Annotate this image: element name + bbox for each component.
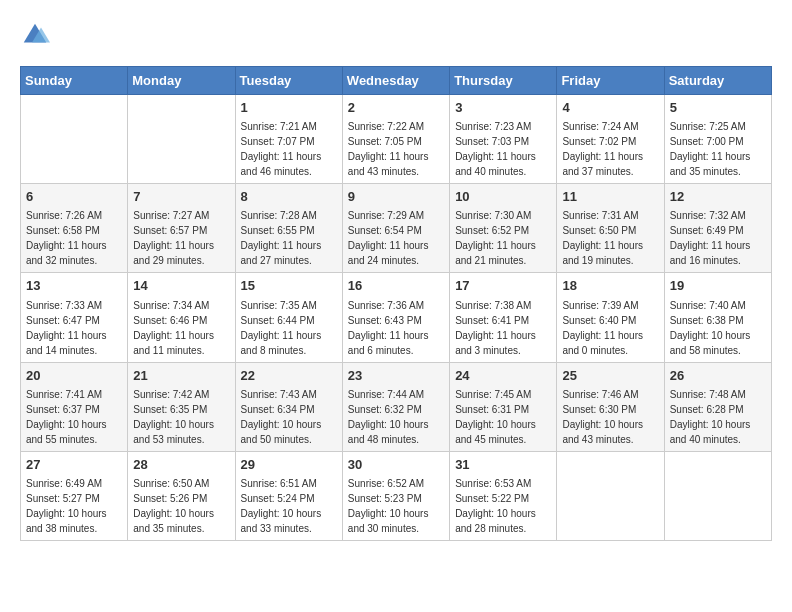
header-cell-friday: Friday xyxy=(557,67,664,95)
header-cell-saturday: Saturday xyxy=(664,67,771,95)
day-cell: 18Sunrise: 7:39 AM Sunset: 6:40 PM Dayli… xyxy=(557,273,664,362)
day-info: Sunrise: 7:21 AM Sunset: 7:07 PM Dayligh… xyxy=(241,119,337,179)
day-info: Sunrise: 7:22 AM Sunset: 7:05 PM Dayligh… xyxy=(348,119,444,179)
day-info: Sunrise: 7:32 AM Sunset: 6:49 PM Dayligh… xyxy=(670,208,766,268)
day-cell: 28Sunrise: 6:50 AM Sunset: 5:26 PM Dayli… xyxy=(128,451,235,540)
day-info: Sunrise: 7:35 AM Sunset: 6:44 PM Dayligh… xyxy=(241,298,337,358)
day-cell: 27Sunrise: 6:49 AM Sunset: 5:27 PM Dayli… xyxy=(21,451,128,540)
day-number: 15 xyxy=(241,277,337,295)
day-cell: 6Sunrise: 7:26 AM Sunset: 6:58 PM Daylig… xyxy=(21,184,128,273)
day-number: 14 xyxy=(133,277,229,295)
week-row-2: 6Sunrise: 7:26 AM Sunset: 6:58 PM Daylig… xyxy=(21,184,772,273)
header-cell-wednesday: Wednesday xyxy=(342,67,449,95)
day-number: 3 xyxy=(455,99,551,117)
day-cell: 29Sunrise: 6:51 AM Sunset: 5:24 PM Dayli… xyxy=(235,451,342,540)
day-info: Sunrise: 6:49 AM Sunset: 5:27 PM Dayligh… xyxy=(26,476,122,536)
day-cell: 2Sunrise: 7:22 AM Sunset: 7:05 PM Daylig… xyxy=(342,95,449,184)
day-info: Sunrise: 7:24 AM Sunset: 7:02 PM Dayligh… xyxy=(562,119,658,179)
day-info: Sunrise: 7:45 AM Sunset: 6:31 PM Dayligh… xyxy=(455,387,551,447)
day-number: 9 xyxy=(348,188,444,206)
day-info: Sunrise: 7:31 AM Sunset: 6:50 PM Dayligh… xyxy=(562,208,658,268)
day-number: 25 xyxy=(562,367,658,385)
day-cell: 15Sunrise: 7:35 AM Sunset: 6:44 PM Dayli… xyxy=(235,273,342,362)
calendar-body: 1Sunrise: 7:21 AM Sunset: 7:07 PM Daylig… xyxy=(21,95,772,541)
day-info: Sunrise: 7:43 AM Sunset: 6:34 PM Dayligh… xyxy=(241,387,337,447)
day-number: 21 xyxy=(133,367,229,385)
day-cell: 10Sunrise: 7:30 AM Sunset: 6:52 PM Dayli… xyxy=(450,184,557,273)
header-cell-sunday: Sunday xyxy=(21,67,128,95)
day-number: 16 xyxy=(348,277,444,295)
day-number: 27 xyxy=(26,456,122,474)
day-number: 24 xyxy=(455,367,551,385)
day-cell xyxy=(557,451,664,540)
day-cell: 20Sunrise: 7:41 AM Sunset: 6:37 PM Dayli… xyxy=(21,362,128,451)
day-info: Sunrise: 7:40 AM Sunset: 6:38 PM Dayligh… xyxy=(670,298,766,358)
header-cell-thursday: Thursday xyxy=(450,67,557,95)
day-info: Sunrise: 7:42 AM Sunset: 6:35 PM Dayligh… xyxy=(133,387,229,447)
header-row: SundayMondayTuesdayWednesdayThursdayFrid… xyxy=(21,67,772,95)
day-cell: 16Sunrise: 7:36 AM Sunset: 6:43 PM Dayli… xyxy=(342,273,449,362)
day-number: 18 xyxy=(562,277,658,295)
page-header xyxy=(20,20,772,50)
day-number: 6 xyxy=(26,188,122,206)
day-cell: 12Sunrise: 7:32 AM Sunset: 6:49 PM Dayli… xyxy=(664,184,771,273)
day-cell xyxy=(128,95,235,184)
day-cell: 23Sunrise: 7:44 AM Sunset: 6:32 PM Dayli… xyxy=(342,362,449,451)
day-cell: 22Sunrise: 7:43 AM Sunset: 6:34 PM Dayli… xyxy=(235,362,342,451)
day-info: Sunrise: 7:38 AM Sunset: 6:41 PM Dayligh… xyxy=(455,298,551,358)
day-cell: 13Sunrise: 7:33 AM Sunset: 6:47 PM Dayli… xyxy=(21,273,128,362)
day-info: Sunrise: 7:27 AM Sunset: 6:57 PM Dayligh… xyxy=(133,208,229,268)
day-cell: 21Sunrise: 7:42 AM Sunset: 6:35 PM Dayli… xyxy=(128,362,235,451)
day-cell: 9Sunrise: 7:29 AM Sunset: 6:54 PM Daylig… xyxy=(342,184,449,273)
header-cell-monday: Monday xyxy=(128,67,235,95)
day-number: 1 xyxy=(241,99,337,117)
day-number: 10 xyxy=(455,188,551,206)
day-cell xyxy=(21,95,128,184)
day-number: 17 xyxy=(455,277,551,295)
day-info: Sunrise: 7:23 AM Sunset: 7:03 PM Dayligh… xyxy=(455,119,551,179)
day-cell: 25Sunrise: 7:46 AM Sunset: 6:30 PM Dayli… xyxy=(557,362,664,451)
day-info: Sunrise: 7:30 AM Sunset: 6:52 PM Dayligh… xyxy=(455,208,551,268)
day-info: Sunrise: 7:48 AM Sunset: 6:28 PM Dayligh… xyxy=(670,387,766,447)
calendar-header: SundayMondayTuesdayWednesdayThursdayFrid… xyxy=(21,67,772,95)
day-number: 29 xyxy=(241,456,337,474)
day-cell: 31Sunrise: 6:53 AM Sunset: 5:22 PM Dayli… xyxy=(450,451,557,540)
day-number: 11 xyxy=(562,188,658,206)
day-cell: 11Sunrise: 7:31 AM Sunset: 6:50 PM Dayli… xyxy=(557,184,664,273)
day-info: Sunrise: 7:44 AM Sunset: 6:32 PM Dayligh… xyxy=(348,387,444,447)
day-number: 13 xyxy=(26,277,122,295)
day-cell: 19Sunrise: 7:40 AM Sunset: 6:38 PM Dayli… xyxy=(664,273,771,362)
day-cell: 8Sunrise: 7:28 AM Sunset: 6:55 PM Daylig… xyxy=(235,184,342,273)
day-info: Sunrise: 7:25 AM Sunset: 7:00 PM Dayligh… xyxy=(670,119,766,179)
day-number: 12 xyxy=(670,188,766,206)
day-info: Sunrise: 6:53 AM Sunset: 5:22 PM Dayligh… xyxy=(455,476,551,536)
day-cell: 14Sunrise: 7:34 AM Sunset: 6:46 PM Dayli… xyxy=(128,273,235,362)
day-cell: 7Sunrise: 7:27 AM Sunset: 6:57 PM Daylig… xyxy=(128,184,235,273)
day-info: Sunrise: 7:29 AM Sunset: 6:54 PM Dayligh… xyxy=(348,208,444,268)
day-cell: 4Sunrise: 7:24 AM Sunset: 7:02 PM Daylig… xyxy=(557,95,664,184)
day-number: 8 xyxy=(241,188,337,206)
day-number: 20 xyxy=(26,367,122,385)
day-info: Sunrise: 7:34 AM Sunset: 6:46 PM Dayligh… xyxy=(133,298,229,358)
day-info: Sunrise: 7:33 AM Sunset: 6:47 PM Dayligh… xyxy=(26,298,122,358)
day-number: 31 xyxy=(455,456,551,474)
day-cell xyxy=(664,451,771,540)
day-info: Sunrise: 7:46 AM Sunset: 6:30 PM Dayligh… xyxy=(562,387,658,447)
week-row-4: 20Sunrise: 7:41 AM Sunset: 6:37 PM Dayli… xyxy=(21,362,772,451)
day-number: 30 xyxy=(348,456,444,474)
day-number: 26 xyxy=(670,367,766,385)
day-info: Sunrise: 7:39 AM Sunset: 6:40 PM Dayligh… xyxy=(562,298,658,358)
day-info: Sunrise: 7:28 AM Sunset: 6:55 PM Dayligh… xyxy=(241,208,337,268)
day-number: 19 xyxy=(670,277,766,295)
day-info: Sunrise: 6:52 AM Sunset: 5:23 PM Dayligh… xyxy=(348,476,444,536)
week-row-3: 13Sunrise: 7:33 AM Sunset: 6:47 PM Dayli… xyxy=(21,273,772,362)
day-number: 2 xyxy=(348,99,444,117)
day-number: 5 xyxy=(670,99,766,117)
logo-icon xyxy=(20,20,50,50)
header-cell-tuesday: Tuesday xyxy=(235,67,342,95)
day-number: 4 xyxy=(562,99,658,117)
logo xyxy=(20,20,54,50)
day-info: Sunrise: 7:41 AM Sunset: 6:37 PM Dayligh… xyxy=(26,387,122,447)
day-number: 28 xyxy=(133,456,229,474)
day-cell: 30Sunrise: 6:52 AM Sunset: 5:23 PM Dayli… xyxy=(342,451,449,540)
